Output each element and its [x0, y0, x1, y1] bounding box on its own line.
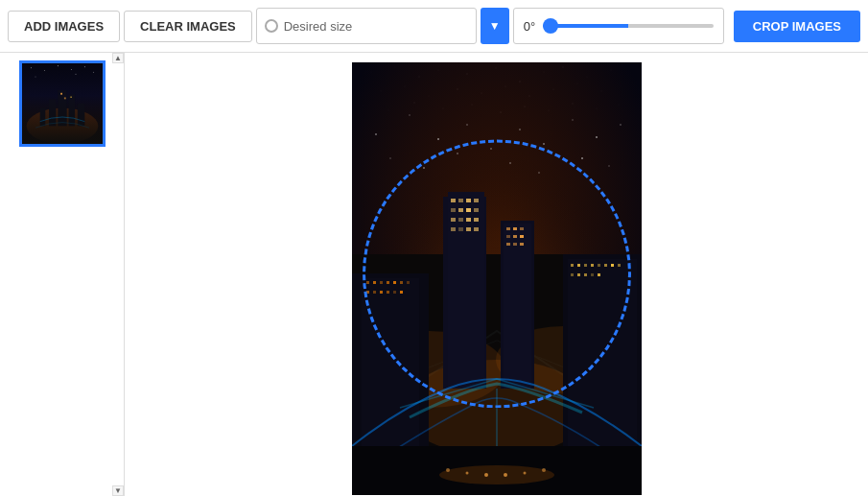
- svg-point-133: [572, 119, 574, 121]
- svg-rect-16: [63, 97, 65, 99]
- svg-point-2: [43, 70, 44, 71]
- add-images-button[interactable]: ADD IMAGES: [8, 11, 120, 42]
- svg-rect-97: [366, 291, 369, 294]
- svg-point-127: [409, 114, 411, 116]
- svg-point-130: [490, 148, 492, 150]
- svg-rect-0: [22, 63, 103, 144]
- svg-rect-96: [407, 281, 410, 284]
- svg-rect-85: [506, 243, 510, 246]
- svg-point-3: [57, 65, 58, 66]
- canvas-area[interactable]: [125, 53, 868, 496]
- svg-rect-70: [458, 218, 463, 222]
- svg-rect-68: [474, 208, 479, 212]
- desired-size-dropdown-button[interactable]: ▼: [481, 8, 509, 44]
- svg-rect-107: [584, 264, 587, 267]
- svg-point-1: [30, 67, 31, 68]
- svg-rect-98: [373, 291, 376, 294]
- svg-rect-112: [618, 264, 621, 267]
- desired-size-input-wrapper: Desired size: [256, 8, 477, 44]
- svg-rect-92: [380, 281, 383, 284]
- desired-size-label: Desired size: [284, 19, 468, 34]
- svg-point-121: [465, 472, 468, 475]
- svg-rect-71: [466, 218, 471, 222]
- svg-rect-86: [513, 243, 517, 246]
- svg-point-129: [466, 124, 468, 126]
- svg-point-132: [543, 143, 545, 145]
- svg-rect-76: [474, 227, 479, 231]
- svg-rect-79: [506, 227, 510, 230]
- sidebar-scroll-down-button[interactable]: ▼: [112, 485, 124, 496]
- svg-point-141: [581, 157, 583, 159]
- svg-point-131: [519, 129, 521, 130]
- svg-point-142: [608, 165, 610, 167]
- svg-rect-99: [380, 291, 383, 294]
- svg-rect-12: [68, 95, 75, 127]
- svg-rect-75: [466, 227, 471, 231]
- svg-point-5: [83, 66, 84, 67]
- rotation-value-label: 0°: [524, 19, 535, 34]
- toolbar: ADD IMAGES CLEAR IMAGES Desired size ▼ 0…: [0, 0, 868, 53]
- svg-rect-63: [466, 199, 471, 202]
- svg-point-137: [423, 167, 425, 169]
- svg-point-126: [375, 133, 377, 135]
- svg-rect-94: [393, 281, 396, 284]
- svg-rect-74: [458, 227, 463, 231]
- svg-point-128: [437, 138, 439, 140]
- crop-images-button[interactable]: CROP IMAGES: [734, 11, 860, 42]
- svg-rect-10: [49, 99, 56, 126]
- svg-rect-95: [400, 281, 403, 284]
- svg-rect-110: [604, 264, 607, 267]
- svg-rect-115: [584, 273, 587, 276]
- svg-point-135: [620, 124, 622, 126]
- svg-point-7: [35, 77, 35, 78]
- svg-rect-78: [504, 224, 531, 389]
- svg-point-8: [75, 74, 76, 75]
- svg-point-9: [26, 108, 98, 144]
- svg-point-125: [542, 468, 546, 472]
- svg-rect-89: [362, 278, 419, 446]
- desired-size-radio[interactable]: [265, 19, 278, 33]
- svg-rect-109: [598, 264, 600, 267]
- svg-rect-91: [373, 281, 376, 284]
- svg-rect-62: [458, 199, 463, 202]
- svg-rect-111: [611, 264, 614, 267]
- svg-rect-81: [520, 227, 524, 230]
- thumbnail-item[interactable]: [19, 60, 106, 147]
- svg-point-4: [70, 69, 71, 70]
- svg-rect-114: [577, 273, 580, 276]
- svg-rect-117: [598, 273, 600, 276]
- svg-point-6: [93, 72, 94, 73]
- svg-rect-11: [58, 90, 66, 126]
- svg-rect-93: [387, 281, 389, 284]
- svg-rect-82: [506, 235, 510, 238]
- svg-rect-87: [520, 243, 524, 246]
- svg-point-136: [389, 157, 391, 159]
- city-image: [352, 62, 642, 495]
- svg-rect-116: [591, 273, 594, 276]
- sidebar-scroll-up-button[interactable]: ▲: [112, 53, 124, 63]
- svg-rect-67: [466, 208, 471, 212]
- thumbnail-image: [22, 63, 103, 144]
- svg-rect-61: [451, 199, 456, 202]
- svg-rect-113: [571, 273, 574, 276]
- svg-point-124: [523, 472, 526, 475]
- svg-point-120: [446, 468, 450, 472]
- svg-rect-102: [400, 291, 403, 294]
- image-canvas: [352, 62, 642, 495]
- svg-rect-14: [77, 104, 83, 126]
- svg-point-134: [596, 136, 598, 138]
- svg-point-139: [509, 162, 511, 164]
- svg-rect-101: [393, 291, 396, 294]
- rotation-control: 0°: [513, 8, 724, 44]
- rotation-slider[interactable]: [543, 24, 714, 28]
- svg-rect-73: [451, 227, 456, 231]
- svg-point-138: [457, 153, 458, 154]
- svg-rect-90: [366, 281, 369, 284]
- svg-rect-66: [458, 208, 463, 212]
- svg-point-119: [439, 465, 554, 484]
- clear-images-button[interactable]: CLEAR IMAGES: [124, 11, 252, 42]
- svg-point-123: [504, 473, 507, 477]
- svg-rect-64: [474, 199, 479, 202]
- svg-rect-100: [387, 291, 389, 294]
- main-content: ▲: [0, 53, 868, 496]
